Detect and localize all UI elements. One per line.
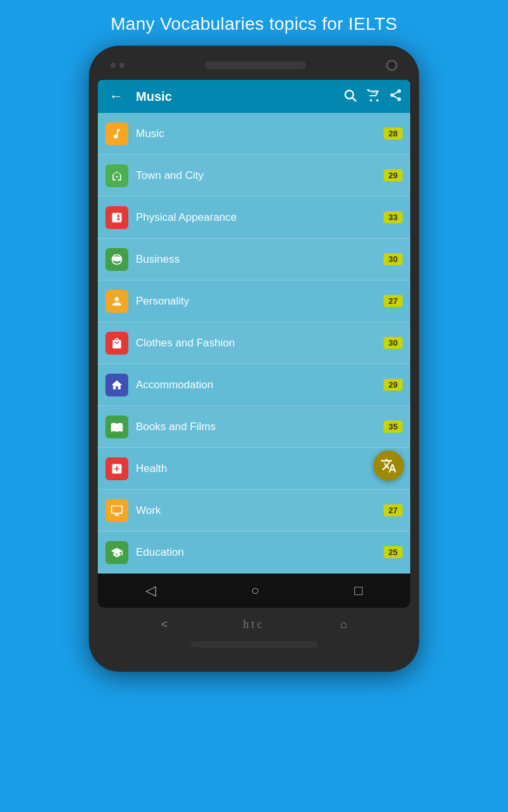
svg-point-3	[377, 100, 378, 101]
item-badge: 33	[384, 211, 403, 223]
item-label: Accommodation	[136, 379, 376, 391]
item-icon	[105, 374, 128, 396]
item-label: Personality	[136, 295, 376, 308]
item-label: Education	[136, 546, 376, 559]
list-item[interactable]: Accommodation29	[98, 364, 410, 406]
item-icon	[105, 499, 128, 522]
chin-buttons: < htc ⌂	[98, 618, 410, 631]
item-icon	[105, 206, 128, 229]
app-bar-icons: PRO	[343, 88, 403, 105]
item-icon	[105, 541, 128, 564]
item-icon	[105, 164, 128, 187]
nav-bar: ◁ ○ □	[98, 573, 410, 608]
app-bar: ← Music PRO	[98, 80, 410, 113]
list-item[interactable]: Books and Films35	[98, 406, 410, 448]
phone-frame: ← Music PRO	[89, 46, 419, 672]
item-badge: 27	[384, 504, 403, 516]
list-item[interactable]: Business30	[98, 239, 410, 280]
list-item[interactable]: Town and City29	[98, 155, 410, 197]
page-title: Many Vocabularies topics for IELTS	[98, 0, 410, 46]
item-label: Music	[136, 128, 376, 140]
translate-fab[interactable]	[373, 450, 404, 481]
speaker-dots	[110, 63, 124, 68]
item-label: Physical Appearance	[136, 211, 376, 224]
cart-icon[interactable]: PRO	[366, 88, 380, 105]
item-icon	[105, 457, 128, 480]
list-item[interactable]: Education25	[98, 532, 410, 573]
chin-back-button[interactable]: <	[161, 618, 168, 631]
bottom-speaker	[190, 641, 318, 648]
item-badge: 25	[384, 546, 403, 558]
svg-line-1	[352, 98, 356, 101]
phone-chin: < htc ⌂	[98, 608, 410, 653]
list-item[interactable]: Physical Appearance33	[98, 197, 410, 239]
svg-line-8	[394, 96, 398, 98]
item-badge: 29	[384, 379, 403, 391]
item-label: Books and Films	[136, 421, 376, 433]
nav-recent-button[interactable]: □	[354, 582, 363, 599]
nav-home-button[interactable]: ○	[251, 582, 259, 599]
nav-back-button[interactable]: ◁	[145, 582, 156, 599]
item-badge: 29	[384, 169, 403, 181]
svg-line-9	[394, 91, 398, 94]
app-title: Music	[136, 89, 337, 104]
item-label: Health	[136, 462, 376, 475]
list-item[interactable]: Personality27	[98, 280, 410, 322]
item-label: Work	[136, 504, 376, 517]
back-button[interactable]: ←	[105, 86, 127, 107]
svg-point-7	[398, 97, 401, 101]
menu-list: Music28Town and City29Physical Appearanc…	[98, 113, 410, 573]
item-icon	[105, 416, 128, 438]
item-icon	[105, 290, 128, 313]
item-label: Town and City	[136, 169, 376, 182]
item-icon	[105, 248, 128, 271]
camera	[386, 60, 398, 71]
svg-point-5	[398, 89, 401, 93]
item-badge: 27	[384, 295, 403, 307]
svg-point-6	[391, 93, 394, 97]
share-icon[interactable]	[389, 88, 403, 105]
item-icon	[105, 122, 128, 145]
item-label: Business	[136, 253, 376, 266]
item-badge: 30	[384, 253, 403, 265]
item-icon	[105, 332, 128, 355]
search-icon[interactable]	[343, 88, 357, 105]
item-label: Clothes and Fashion	[136, 337, 376, 350]
list-item[interactable]: Work27	[98, 490, 410, 532]
list-item[interactable]: Music28	[98, 113, 410, 155]
svg-point-2	[370, 100, 371, 101]
speaker-grille	[204, 62, 306, 69]
list-item[interactable]: Clothes and Fashion30	[98, 322, 410, 364]
svg-text:PRO: PRO	[371, 91, 378, 95]
item-badge: 35	[384, 421, 403, 433]
chin-home-button[interactable]: ⌂	[340, 618, 347, 631]
htc-brand: htc	[243, 618, 265, 631]
phone-top-bar	[98, 60, 410, 80]
list-item[interactable]: Health26	[98, 448, 410, 490]
item-badge: 30	[384, 337, 403, 349]
item-badge: 28	[384, 128, 403, 140]
screen: ← Music PRO	[98, 80, 410, 608]
